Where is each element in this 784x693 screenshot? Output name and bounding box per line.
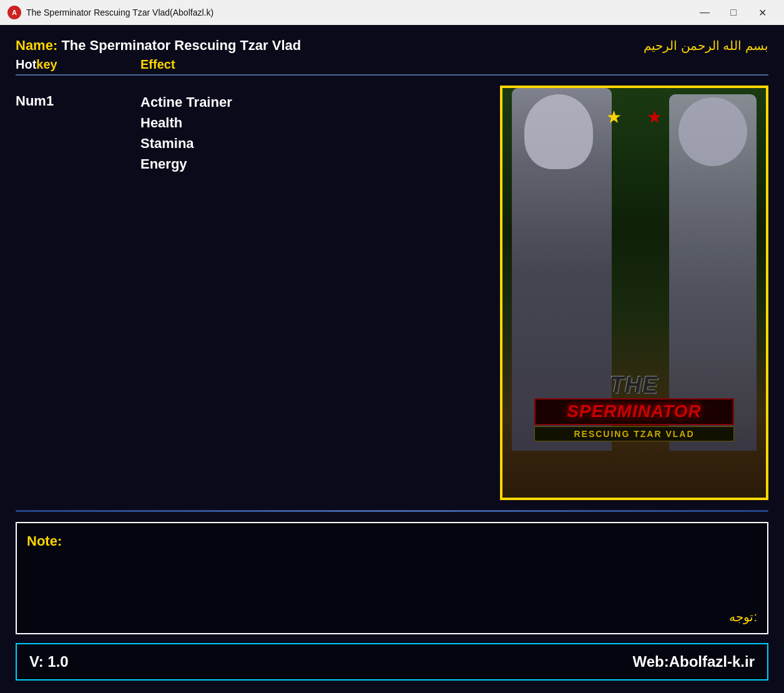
effect-line-1: Actine Trainer <box>140 92 232 112</box>
app-icon: A <box>7 6 21 19</box>
game-image-container: ★ ★ THE SPERMINATOR RESCUING TZAR VLAD <box>500 86 768 500</box>
effect-column-header: Effect <box>140 57 175 72</box>
effect-line-4: Energy <box>140 154 232 174</box>
game-title-main: SPERMINATOR <box>534 398 734 425</box>
game-title-the: THE <box>534 372 734 398</box>
game-name-left: Name: The Sperminator Rescuing Tzar Vlad <box>16 37 301 54</box>
hot-key: key <box>36 57 57 71</box>
note-label: Note: <box>27 533 757 549</box>
effect-line-2: Health <box>140 112 232 133</box>
hotkey-column-header: Hotkey <box>16 57 140 72</box>
window-controls: — □ ✕ <box>690 2 777 22</box>
stars-row: ★ ★ <box>606 107 662 127</box>
star-red: ★ <box>647 107 662 127</box>
main-content: Name: The Sperminator Rescuing Tzar Vlad… <box>0 25 784 693</box>
name-label: Name: <box>16 37 57 53</box>
hotkey-key: Num1 <box>16 92 140 109</box>
website-text: Web:Abolfazl-k.ir <box>632 653 755 671</box>
footer-section: V: 1.0 Web:Abolfazl-k.ir <box>16 643 768 681</box>
maximize-button[interactable]: □ <box>719 2 748 22</box>
minimize-button[interactable]: — <box>690 2 719 22</box>
hot-prefix: Hot <box>16 57 36 71</box>
game-title-sub: RESCUING TZAR VLAD <box>534 426 734 441</box>
info-image-row: Num1 Actine Trainer Health Stamina Energ… <box>16 86 768 500</box>
header-section: Name: The Sperminator Rescuing Tzar Vlad… <box>16 37 768 81</box>
hotkey-list: Num1 Actine Trainer Health Stamina Energ… <box>16 86 488 500</box>
note-arabic: :توجه <box>729 609 757 624</box>
window-title: The Sperminator Rescuing Tzar Vlad(Abolf… <box>26 7 690 17</box>
note-section: Note: :توجه <box>16 522 768 634</box>
game-image-placeholder: ★ ★ THE SPERMINATOR RESCUING TZAR VLAD <box>502 88 766 498</box>
close-button[interactable]: ✕ <box>748 2 777 22</box>
game-title-overlay: THE SPERMINATOR RESCUING TZAR VLAD <box>534 372 734 441</box>
version-text: V: 1.0 <box>29 653 69 671</box>
game-name-row: Name: The Sperminator Rescuing Tzar Vlad… <box>16 37 768 54</box>
hotkey-item: Num1 Actine Trainer Health Stamina Energ… <box>16 92 488 174</box>
title-bar: A The Sperminator Rescuing Tzar Vlad(Abo… <box>0 0 784 25</box>
game-name: The Sperminator Rescuing Tzar Vlad <box>61 37 301 53</box>
effect-line-3: Stamina <box>140 133 232 154</box>
hotkey-effects: Actine Trainer Health Stamina Energy <box>140 92 232 174</box>
separator <box>16 510 768 512</box>
hotkey-effect-row: Hotkey Effect <box>16 57 768 76</box>
arabic-title: بسم الله الرحمن الرحیم <box>644 38 768 53</box>
star-gold: ★ <box>606 107 622 127</box>
